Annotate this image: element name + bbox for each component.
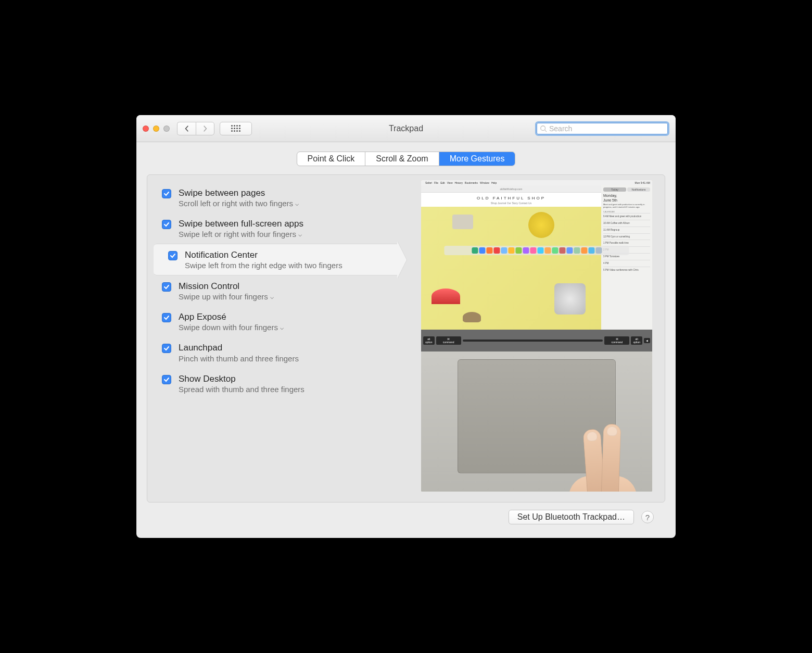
preview-menubar: Safari File Edit View History Bookmarks …: [421, 180, 652, 185]
option-subtitle: Swipe left from the right edge with two …: [185, 261, 342, 270]
checkbox[interactable]: [162, 375, 171, 384]
tab-more-gestures[interactable]: More Gestures: [439, 152, 515, 166]
option-title: Swipe between pages: [179, 187, 299, 199]
checkbox[interactable]: [162, 313, 171, 322]
check-icon: [163, 315, 170, 321]
close-window-button[interactable]: [143, 125, 149, 132]
option-subtitle-dropdown[interactable]: Swipe down with four fingers⌵: [179, 323, 284, 332]
option-mission-control[interactable]: Mission Control Swipe up with four finge…: [147, 275, 397, 306]
options-list: Swipe between pages Scroll left or right…: [147, 180, 397, 492]
chevron-down-icon: ⌵: [298, 231, 302, 238]
preview-shop-body: [421, 207, 601, 330]
search-input[interactable]: [549, 124, 665, 133]
window-controls: [143, 125, 170, 132]
option-subtitle: Spread with thumb and three fingers: [179, 385, 304, 394]
grid-icon: [231, 125, 240, 132]
checkbox[interactable]: [162, 344, 171, 353]
svg-line-1: [545, 130, 547, 132]
preview-shop-nav: Shop Journal Our Story Contact Us: [421, 202, 601, 207]
option-subtitle-dropdown[interactable]: Scroll left or right with two fingers⌵: [179, 199, 299, 208]
preview-dock: [444, 246, 629, 255]
preview-product-icon: [528, 212, 554, 238]
option-subtitle: Pinch with thumb and three fingers: [179, 354, 299, 363]
option-title: App Exposé: [179, 311, 284, 323]
checkbox[interactable]: [168, 251, 177, 260]
forward-button[interactable]: [196, 122, 214, 135]
option-title: Notification Center: [185, 249, 342, 261]
check-icon: [163, 345, 170, 351]
tab-scroll-zoom[interactable]: Scroll & Zoom: [365, 152, 439, 166]
footer: Set Up Bluetooth Trackpad… ?: [147, 503, 665, 532]
option-notification-center[interactable]: Notification Center Swipe left from the …: [154, 244, 397, 275]
preview-keyboard: altoption ⌘command ⌘command altoption ◀: [421, 330, 652, 351]
preview-notification-center: Today Notifications Monday, June 5th Mee…: [601, 185, 652, 330]
chevron-left-icon: [184, 125, 190, 132]
option-launchpad[interactable]: Launchpad Pinch with thumb and three fin…: [147, 337, 397, 368]
option-title: Launchpad: [179, 342, 299, 354]
tab-point-click[interactable]: Point & Click: [297, 152, 366, 166]
preview-product-icon: [463, 312, 481, 322]
preview-trackpad-area: [421, 351, 652, 492]
preview-product-icon: [554, 283, 586, 315]
titlebar: Trackpad: [136, 115, 676, 142]
nav-buttons: [177, 122, 214, 135]
preferences-window: Trackpad Point & Click Scroll & Zoom Mor…: [136, 115, 676, 538]
preview-product-icon: [452, 215, 473, 229]
search-field[interactable]: [535, 121, 669, 136]
chevron-down-icon: ⌵: [270, 293, 274, 300]
preview-browser: oldfaithfulshop.com OLD FAITHFUL SHOP Sh…: [421, 185, 601, 330]
preview-product-icon: [432, 288, 460, 304]
option-app-expose[interactable]: App Exposé Swipe down with four fingers⌵: [147, 306, 397, 337]
chevron-down-icon: ⌵: [295, 200, 299, 207]
option-title: Swipe between full-screen apps: [179, 218, 303, 230]
checkbox[interactable]: [162, 220, 171, 229]
preview-screen: Safari File Edit View History Bookmarks …: [421, 180, 652, 330]
checkbox[interactable]: [162, 282, 171, 292]
show-all-button[interactable]: [220, 122, 252, 135]
option-title: Mission Control: [179, 281, 274, 292]
chevron-right-icon: [202, 125, 208, 132]
preview-hand-icon: [548, 403, 642, 492]
setup-bluetooth-trackpad-button[interactable]: Set Up Bluetooth Trackpad…: [509, 510, 634, 524]
preview-shop-title: OLD FAITHFUL SHOP: [421, 193, 601, 202]
check-icon: [163, 284, 170, 290]
option-subtitle-dropdown[interactable]: Swipe up with four fingers⌵: [179, 292, 274, 301]
check-icon: [163, 376, 170, 383]
content-area: Point & Click Scroll & Zoom More Gesture…: [136, 142, 676, 538]
tab-bar: Point & Click Scroll & Zoom More Gesture…: [297, 152, 516, 166]
search-icon: [540, 125, 547, 132]
option-swipe-fullscreen[interactable]: Swipe between full-screen apps Swipe lef…: [147, 213, 397, 244]
zoom-window-button[interactable]: [163, 125, 170, 132]
check-icon: [170, 253, 176, 259]
help-button[interactable]: ?: [641, 511, 654, 523]
check-icon: [163, 191, 170, 197]
back-button[interactable]: [177, 122, 196, 135]
preview-url-bar: oldfaithfulshop.com: [421, 185, 601, 193]
option-title: Show Desktop: [179, 373, 304, 385]
option-subtitle-dropdown[interactable]: Swipe left or right with four fingers⌵: [179, 230, 303, 238]
settings-panel: Swipe between pages Scroll left or right…: [147, 174, 665, 503]
check-icon: [163, 221, 170, 228]
gesture-preview: Safari File Edit View History Bookmarks …: [421, 180, 652, 492]
svg-point-0: [541, 125, 545, 130]
checkbox[interactable]: [162, 189, 171, 198]
chevron-down-icon: ⌵: [280, 324, 284, 331]
option-swipe-pages[interactable]: Swipe between pages Scroll left or right…: [147, 182, 397, 213]
minimize-window-button[interactable]: [153, 125, 159, 132]
option-show-desktop[interactable]: Show Desktop Spread with thumb and three…: [147, 368, 397, 399]
